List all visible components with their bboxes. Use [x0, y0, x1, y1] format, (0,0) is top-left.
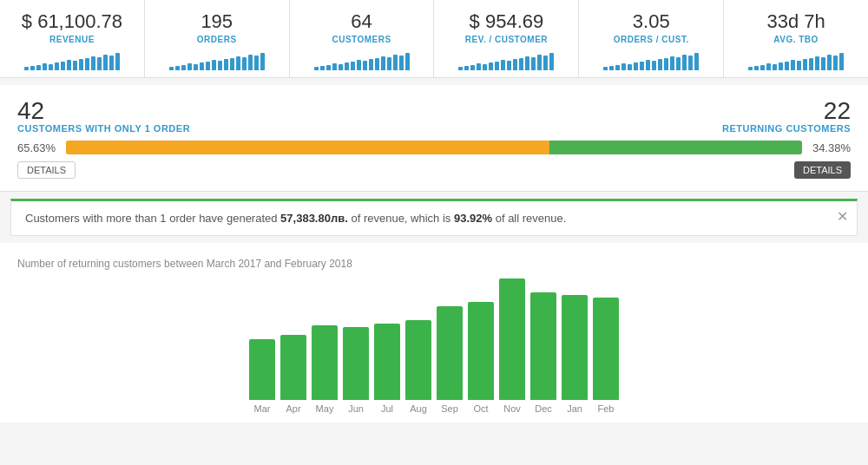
mini-bar-segment [103, 55, 108, 70]
mini-bar-segment [694, 53, 699, 70]
mini-bar-segment [351, 62, 355, 70]
mini-bar-segment [109, 56, 114, 70]
mini-bar-segment [85, 58, 89, 70]
mini-bar-segment [839, 53, 844, 70]
mini-bar-segment [320, 66, 325, 70]
mini-bar-segment [248, 55, 253, 70]
bar-col: Dec [530, 292, 556, 414]
bar-label: Oct [473, 403, 488, 414]
mini-bar-segment [646, 60, 650, 70]
metric-card-orders: 195ORDERS [145, 0, 290, 77]
chart-bar [405, 320, 431, 400]
mini-bar-segment [464, 66, 469, 70]
mini-bar-segment [345, 62, 349, 70]
metrics-bar: $ 61,100.78REVENUE195ORDERS64CUSTOMERS$ … [0, 0, 868, 78]
chart-bar [530, 292, 556, 400]
mini-bar-segment [393, 55, 398, 70]
mini-bar-segment [603, 67, 608, 70]
details-row: DETAILS DETAILS [17, 161, 851, 179]
mini-bar-segment [61, 62, 65, 70]
info-text-middle: of revenue, which is [351, 212, 454, 225]
bar-col: Aug [405, 320, 431, 414]
mini-bar-segment [49, 64, 53, 70]
metric-card-customers: 64CUSTOMERS [290, 0, 435, 77]
mini-bar-segment [754, 66, 759, 70]
metric-value-revenue: $ 61,100.78 [22, 10, 122, 33]
mini-bar-segment [483, 64, 487, 70]
mini-bar-segment [621, 63, 626, 70]
metric-label-orders-cust: ORDERS / CUST. [614, 35, 689, 44]
mini-bar-segment [652, 61, 656, 70]
mini-bar-segment [833, 56, 838, 70]
bar-label: Jun [348, 403, 364, 414]
mini-chart-revenue [24, 49, 120, 70]
bar-col: May [312, 325, 338, 414]
mini-bar-segment [748, 67, 753, 70]
left-pct-label: 65.63% [17, 141, 59, 154]
mini-bar-segment [531, 57, 536, 70]
mini-bar-segment [242, 57, 247, 70]
chart-bar [343, 327, 369, 400]
mini-bar-segment [405, 53, 410, 70]
bar-label: Nov [503, 403, 521, 414]
mini-bar-segment [30, 66, 35, 70]
bar-col: Jul [374, 324, 400, 414]
mini-bar-segment [375, 58, 379, 70]
mini-bar-segment [326, 65, 331, 70]
mini-bar-segment [815, 56, 819, 70]
chart-bar [437, 306, 463, 400]
metric-value-customers: 64 [351, 10, 372, 33]
mini-bar-segment [339, 64, 343, 70]
details-left-button[interactable]: DETAILS [17, 161, 76, 179]
bar-col: Feb [593, 298, 619, 414]
mini-chart-orders-cust [603, 49, 699, 70]
mini-bar-segment [314, 67, 319, 70]
mini-bar-segment [791, 60, 795, 70]
mini-bar-segment [664, 58, 668, 70]
chart-bar [249, 339, 275, 400]
details-right-button[interactable]: DETAILS [794, 161, 851, 179]
bar-label: Jul [381, 403, 393, 414]
chart-bar [280, 335, 306, 400]
close-icon[interactable]: ✕ [837, 208, 848, 225]
bar-col: Jun [343, 327, 369, 414]
split-left: 42 CUSTOMERS WITH ONLY 1 ORDER [17, 99, 190, 134]
mini-bar-segment [97, 57, 102, 70]
metric-value-rev-customer: $ 954.69 [470, 10, 544, 33]
mini-bar-segment [399, 56, 404, 70]
mini-bar-segment [79, 59, 83, 70]
mini-bar-segment [628, 64, 632, 70]
mini-bar-segment [91, 56, 95, 70]
chart-bar [499, 278, 525, 400]
mini-bar-segment [67, 60, 71, 70]
split-left-count: 42 [17, 99, 190, 123]
metric-card-orders-cust: 3.05ORDERS / CUST. [579, 0, 724, 77]
info-text-before: Customers with more than 1 order have ge… [25, 212, 280, 225]
mini-bar-segment [218, 61, 222, 70]
mini-bar-segment [609, 66, 614, 70]
mini-bar-segment [458, 67, 463, 70]
chart-bar [593, 298, 619, 400]
mini-chart-rev-customer [458, 49, 554, 70]
mini-bar-segment [513, 59, 517, 70]
mini-bar-segment [200, 62, 204, 70]
bar-label: Sep [441, 403, 458, 414]
split-right-label: RETURNING CUSTOMERS [722, 123, 851, 134]
metric-card-avg-tbo: 33d 7hAVG. TBO [724, 0, 868, 77]
metric-value-orders-cust: 3.05 [633, 10, 670, 33]
mini-bar-segment [224, 59, 228, 70]
mini-bar-segment [187, 63, 192, 70]
mini-chart-customers [314, 49, 410, 70]
mini-bar-segment [236, 56, 240, 70]
mini-bar-segment [369, 59, 373, 70]
split-header: 42 CUSTOMERS WITH ONLY 1 ORDER 22 RETURN… [17, 99, 851, 134]
mini-bar-segment [676, 57, 681, 70]
mini-bar-segment [658, 59, 662, 70]
mini-bar-segment [797, 61, 801, 70]
mini-bar-segment [525, 56, 529, 70]
chart-subtitle: between March 2017 and February 2018 [164, 258, 352, 270]
mini-bar-segment [489, 62, 493, 70]
info-bold-revenue: 57,383.80лв. [280, 212, 348, 225]
info-banner: Customers with more than 1 order have ge… [10, 199, 858, 236]
bar-label: Mar [254, 403, 271, 414]
